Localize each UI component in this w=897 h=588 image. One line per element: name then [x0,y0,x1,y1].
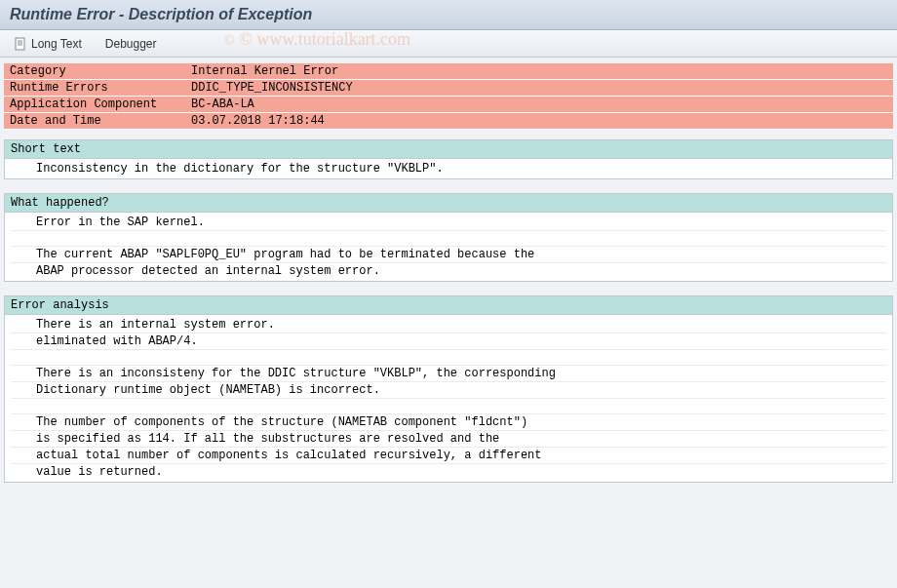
section-line: There is an inconsisteny for the DDIC st… [11,366,886,382]
section-line [11,350,886,366]
info-label: Runtime Errors [4,80,185,96]
section-body: Inconsistency in the dictionary for the … [5,159,892,178]
info-row-category: Category Internal Kernel Error [4,63,893,80]
section-line: Error in the SAP kernel. [11,215,886,231]
info-label: Date and Time [4,113,185,129]
info-value: BC-ABA-LA [185,97,893,112]
section-error-analysis: Error analysis There is an internal syst… [4,295,893,483]
debugger-button[interactable]: Debugger [99,35,163,53]
section-line: is specified as 114. If all the substruc… [11,431,886,448]
page-title: Runtime Error - Description of Exception [10,6,887,23]
section-header: What happened? [5,194,892,213]
window-header: Runtime Error - Description of Exception [0,0,897,30]
info-label: Category [4,63,185,79]
info-label: Application Component [4,97,185,112]
section-line: There is an internal system error. [11,317,886,333]
document-icon [14,37,27,51]
section-line: actual total number of components is cal… [11,448,886,464]
section-header: Short text [5,140,892,159]
section-body: There is an internal system error.elimin… [5,315,892,482]
info-value: Internal Kernel Error [185,63,893,79]
info-value: 03.07.2018 17:18:44 [185,113,893,129]
info-row-runtime-errors: Runtime Errors DDIC_TYPE_INCONSISTENCY [4,80,893,97]
section-line: The number of components of the structur… [11,414,886,431]
long-text-button[interactable]: Long Text [8,35,88,53]
info-row-date-time: Date and Time 03.07.2018 17:18:44 [4,113,893,130]
section-what-happened: What happened? Error in the SAP kernel.T… [4,193,893,282]
section-line: eliminated with ABAP/4. [11,333,886,350]
info-value: DDIC_TYPE_INCONSISTENCY [185,80,893,96]
section-line: ABAP processor detected an internal syst… [11,263,886,279]
section-header: Error analysis [5,296,892,315]
section-body: Error in the SAP kernel.The current ABAP… [5,213,892,281]
section-line [11,231,886,247]
section-line: value is returned. [11,464,886,480]
section-line: Dictionary runtime object (NAMETAB) is i… [11,382,886,399]
section-line: Inconsistency in the dictionary for the … [11,161,886,176]
info-table: Category Internal Kernel Error Runtime E… [4,63,893,130]
debugger-label: Debugger [105,37,157,51]
content-area: Category Internal Kernel Error Runtime E… [0,58,897,587]
section-line: The current ABAP "SAPLF0PQ_EU" program h… [11,247,886,263]
section-short-text: Short text Inconsistency in the dictiona… [4,139,893,179]
section-line [11,399,886,414]
svg-rect-0 [16,38,24,50]
toolbar: Long Text Debugger [0,30,897,58]
info-row-application-component: Application Component BC-ABA-LA [4,97,893,113]
long-text-label: Long Text [31,37,82,51]
